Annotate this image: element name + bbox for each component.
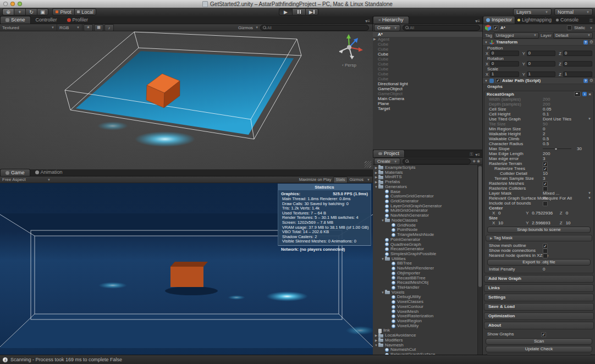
property-value[interactable]: 0 [543,267,545,272]
axis-value[interactable]: 0 [498,211,526,216]
hierarchy-item[interactable]: Cube [373,57,482,62]
tree-item[interactable]: VoxelRasterization [373,314,482,319]
axis-field[interactable]: 1 [563,71,592,77]
panel-menu-icon[interactable]: ▾≡ [475,152,482,157]
axis-field[interactable]: 0 [563,61,592,67]
hierarchy-item[interactable]: Cube [373,47,482,52]
info-icon[interactable]: i [582,92,587,96]
step-button[interactable]: ▶ [305,8,318,15]
tab-scene[interactable]: Scene [0,16,31,24]
project-scrollbar[interactable] [477,165,482,355]
lock-icon[interactable]: ⚿ [470,152,475,157]
tab-game[interactable]: Game [0,169,30,176]
hand-tool-button[interactable]: ⊕ [2,8,14,15]
game-gizmos-dropdown[interactable]: Gizmos ▼ [350,177,370,182]
tab-inspector[interactable]: Inspector [483,16,515,24]
tree-item[interactable]: ▼Navmesh [373,343,482,348]
tree-item[interactable]: PointGenerator [373,238,482,242]
property-value[interactable]: 0.5 [543,136,549,141]
gameobject-name-field[interactable]: A* [500,25,565,30]
chevron-down-icon[interactable]: ▼ [590,26,593,30]
stats-button[interactable]: Stats [333,177,347,183]
axis-field[interactable]: 0 [527,51,556,56]
property-value[interactable]: 2 [543,131,545,136]
section-bar-links[interactable]: Links [484,284,594,292]
local-toggle-button[interactable]: Local [74,8,96,15]
tree-item[interactable]: CustomGridGenerator [373,194,482,199]
property-value[interactable]: 200 [543,151,550,156]
scene-effects-toggle[interactable]: ▦ [94,24,103,31]
layout-dropdown[interactable]: Normal▼ [554,8,593,15]
tree-item[interactable]: QuadtreeGraph [373,242,482,247]
axis-field[interactable]: 1 [527,71,556,77]
recastgraph-header[interactable]: RecastGraph i × [484,91,593,97]
section-bar-save-load[interactable]: Save & Load [484,303,594,311]
tag-dropdown[interactable]: Untagged▼ [494,32,539,38]
scene-lighting-toggle[interactable]: ☀ [84,24,93,31]
shading-mode-dropdown[interactable]: Textured▼ [0,24,57,31]
dropdown-arrow-icon[interactable]: ▼ [588,191,591,196]
tag-mask-foldout[interactable]: ▶ Tag Mask [486,235,592,241]
scrollbar-thumb[interactable] [478,166,482,287]
minimize-window-icon[interactable] [10,2,15,6]
tree-item[interactable]: TileHandler [373,285,482,290]
help-book-icon[interactable]: ? [583,40,588,45]
property-value[interactable]: 0.1 [543,112,549,117]
property-value[interactable]: 3 [543,176,545,181]
search-by-type-icon[interactable]: ◈ [473,159,477,163]
hierarchy-item[interactable]: Target [373,106,482,111]
maximize-on-play-button[interactable]: Maximize on Play [299,177,332,182]
tab-controller[interactable]: Controller [31,16,62,24]
update-check-button[interactable]: Update Check [486,346,592,352]
property-value[interactable]: 3 [543,156,545,161]
gizmos-dropdown[interactable]: Gizmos▼ [238,25,258,30]
tree-item[interactable]: NavMeshRenderer [373,266,482,271]
tree-item[interactable]: ▼Utilities [373,257,482,262]
axis-value[interactable]: 10 [566,220,593,225]
panel-menu-icon[interactable]: ▾≡ [475,19,482,24]
foldout-icon[interactable]: ▼ [381,218,385,223]
snap-bounds-button[interactable]: Snap bounds to scene [487,227,591,233]
axis-field[interactable]: 0 [490,61,519,67]
eye-icon[interactable] [574,91,581,97]
gear-icon[interactable]: ⚙ [590,78,593,83]
status-bar[interactable]: i Scanning - Process took 169 ms to comp… [0,355,595,364]
axis-value[interactable]: 2.596693 [532,220,559,225]
foldout-icon[interactable]: ▶ [374,170,378,175]
section-bar-about[interactable]: About [484,322,594,329]
slider-track[interactable] [543,148,571,149]
axis-field[interactable]: 0 [563,51,592,56]
foldout-icon[interactable]: ▼ [374,185,378,190]
axis-value[interactable]: 0.7522936 [532,211,559,216]
section-bar-settings[interactable]: Settings [484,294,594,301]
property-value[interactable]: 0.5 [543,141,549,146]
tree-item[interactable]: VoxelRegion [373,319,482,324]
hierarchy-search-input[interactable]: All [403,25,480,31]
axis-value[interactable]: 10 [498,220,526,225]
tab-project[interactable]: Project [373,150,405,157]
checkbox[interactable]: ✓ [541,332,546,337]
foldout-icon[interactable]: ▼ [381,257,385,262]
hierarchy-item[interactable]: GameObject [373,86,482,91]
transform-component-header[interactable]: ▼ Transform ?⚙ [483,38,595,46]
static-checkbox[interactable] [567,25,572,30]
checkbox[interactable] [543,253,548,258]
add-new-graph-bar[interactable]: Add New Graph [484,275,594,283]
property-value[interactable]: Require For All [543,196,572,201]
foldout-icon[interactable]: ▼ [381,290,385,295]
axis-value[interactable]: 0 [566,211,593,216]
panel-menu-icon[interactable]: ▾≡ [365,19,372,24]
layers-dropdown[interactable]: Layers▼ [513,8,552,15]
hierarchy-item[interactable]: Cube [373,42,482,47]
tab-animation[interactable]: Animation [30,169,68,176]
hierarchy-item[interactable]: ▶Agent [373,37,482,42]
astar-component-header[interactable]: ▼ ✓ Astar Path (Script) ?⚙ [483,77,595,84]
foldout-icon[interactable]: ▶ [373,37,376,42]
property-value[interactable]: 0.05 [543,107,552,112]
foldout-icon[interactable]: ▼ [484,79,488,82]
resize-grip[interactable] [365,161,371,168]
window-controls[interactable] [3,2,22,6]
tab-profiler[interactable]: Profiler [62,16,93,24]
play-button[interactable]: ▶ [279,8,292,15]
foldout-icon[interactable]: ▶ [374,180,378,185]
